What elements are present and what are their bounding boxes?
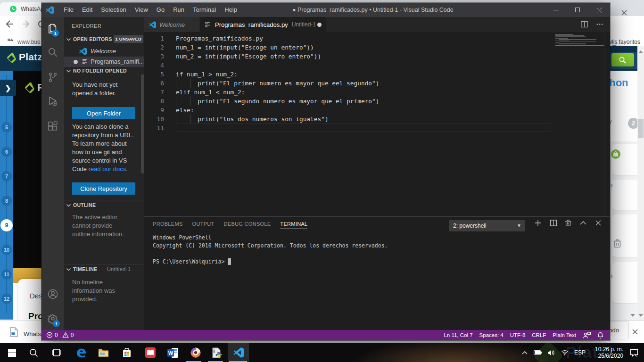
maximize-panel-icon[interactable] [579,219,587,227]
card-tab-description[interactable]: Des [30,292,42,300]
browser-close-icon[interactable] [621,9,627,16]
python-file-app-icon[interactable] [206,343,227,362]
forward-icon[interactable] [22,20,31,28]
wifi-icon[interactable] [561,350,569,355]
open-editor-file[interactable]: Programas_ramifi... [64,57,144,67]
code-line[interactable]: 7elif num_1 < num_2: [144,88,610,97]
lesson-step-7[interactable]: 7 [1,171,12,181]
feedback-icon[interactable] [583,332,591,339]
expand-sidebar-button[interactable]: ❯ [0,80,16,96]
run-debug-icon[interactable] [47,96,58,107]
warning-count[interactable]: 0 [71,332,74,338]
language-indicator[interactable]: ESP [574,349,586,356]
lesson-step-10[interactable]: 10 [1,245,12,255]
code-line[interactable]: 8 print("El segundo numero es mayor que … [144,97,610,106]
error-count[interactable]: 0 [55,332,58,338]
platzi-logo-icon[interactable] [7,52,17,63]
clone-repository-button[interactable]: Clone Repository [72,182,135,195]
menu-help[interactable]: Help [220,3,241,17]
word-icon[interactable]: W [162,343,183,362]
kill-terminal-icon[interactable] [564,219,572,227]
taskbar-search-icon[interactable] [23,343,44,362]
section-no-folder[interactable]: NO FOLDER OPENED [64,67,144,75]
scroll-up-icon[interactable] [638,50,643,53]
lesson-step-6[interactable]: 6 [1,147,12,157]
file-explorer-icon[interactable] [93,343,114,362]
status-encoding[interactable]: UTF-8 [510,332,526,338]
code-line[interactable]: 10 print("los dos numeros son iguales") [144,115,610,123]
search-activity-icon[interactable] [47,47,58,58]
menu-edit[interactable]: Edit [78,3,97,17]
scroll-down-icon[interactable] [630,314,635,317]
menu-terminal[interactable]: Terminal [189,3,220,17]
sidebar-scrollbar[interactable] [141,74,144,173]
menu-view[interactable]: View [131,3,152,17]
vscode-taskbar-icon[interactable] [228,343,249,362]
status-eol[interactable]: CRLF [532,332,546,338]
code-line[interactable]: 1Programas_ramificados.py [144,34,610,43]
panel-tab-problems[interactable]: PROBLEMS [153,221,183,229]
split-terminal-icon[interactable] [550,219,557,227]
panel-tab-terminal[interactable]: TERMINAL [280,221,307,229]
lesson-step-9[interactable]: 9 [0,219,13,231]
downloaded-file-icon[interactable] [10,327,18,337]
bookmark-item[interactable]: www.bue [17,39,41,45]
close-button[interactable] [588,3,610,17]
panel-tab-debug-console[interactable]: DEBUG CONSOLE [224,221,271,229]
store-icon[interactable] [116,343,137,362]
minimize-button[interactable] [545,3,567,17]
tab-welcome[interactable]: Welcome [144,17,200,32]
menu-file[interactable]: File [59,3,78,17]
red-book-app-icon[interactable] [140,343,161,362]
shelf-close-icon[interactable] [632,329,638,335]
split-editor-icon[interactable] [581,21,588,28]
battery-icon[interactable] [534,350,542,355]
open-folder-button[interactable]: Open Folder [72,107,135,119]
status-language-mode[interactable]: Plain Text [553,332,576,338]
lesson-step-5[interactable]: 5 [1,122,12,132]
section-timeline[interactable]: TIMELINE Untitled-1 [64,265,144,274]
notifications-bell-icon[interactable] [597,332,603,339]
tab-programas-file[interactable]: Programas_ramificados.py Untitled-1 [200,17,326,32]
tray-chevron-icon[interactable] [522,351,528,354]
menu-run[interactable]: Run [169,3,189,17]
modified-dot-icon[interactable] [317,23,322,27]
page-scrollbar[interactable] [637,46,644,321]
maximize-button[interactable] [567,3,588,17]
search-button[interactable] [611,53,634,66]
code-line[interactable]: 5if num_1 > num_2: [144,70,610,79]
panel-tab-output[interactable]: OUTPUT [192,221,215,229]
errors-icon[interactable] [46,332,53,338]
code-line[interactable]: 6 print("El primer numero es mayor que e… [144,79,610,88]
warnings-icon[interactable] [62,332,69,338]
menu-go[interactable]: Go [152,3,169,17]
new-terminal-icon[interactable] [534,219,542,227]
open-editor-welcome[interactable]: Welcome [64,46,144,57]
code-line[interactable]: 4 [144,61,610,70]
status-cursor-position[interactable]: Ln 11, Col 7 [444,332,472,338]
close-panel-icon[interactable] [594,219,602,227]
scrollbar-thumb[interactable] [638,119,644,138]
account-icon[interactable] [47,288,58,300]
section-open-editors[interactable]: OPEN EDITORS 1 UNSAVED [64,35,144,44]
clock[interactable]: 10:26 p. m. 25/6/2020 [595,346,623,359]
browser-app-icon[interactable] [185,343,206,362]
trash-icon[interactable] [613,239,622,248]
task-view-icon[interactable] [46,343,67,362]
start-button[interactable] [1,343,22,362]
more-actions-icon[interactable] [596,21,603,28]
lesson-step-11[interactable]: 11 [1,269,12,280]
back-icon[interactable] [5,20,13,28]
volume-icon[interactable] [547,350,555,356]
code-line[interactable]: 3num_2 = int(imput("Escoge otro entero")… [144,52,610,61]
read-our-docs-link[interactable]: read our docs [89,165,126,173]
status-indentation[interactable]: Spaces: 4 [479,332,504,338]
scroll-down-icon[interactable] [638,314,643,317]
code-line[interactable]: 2num_1 = int(input("Escoge un entero")) [144,43,610,52]
code-editor[interactable]: 1Programas_ramificados.py2num_1 = int(in… [144,32,610,216]
extensions-icon[interactable] [47,121,58,132]
lesson-step-12[interactable]: 12 [1,294,12,304]
terminal-select[interactable]: 2: powershell ▼ [449,220,525,231]
edge-icon[interactable] [71,343,91,362]
section-outline[interactable]: OUTLINE [64,201,144,210]
